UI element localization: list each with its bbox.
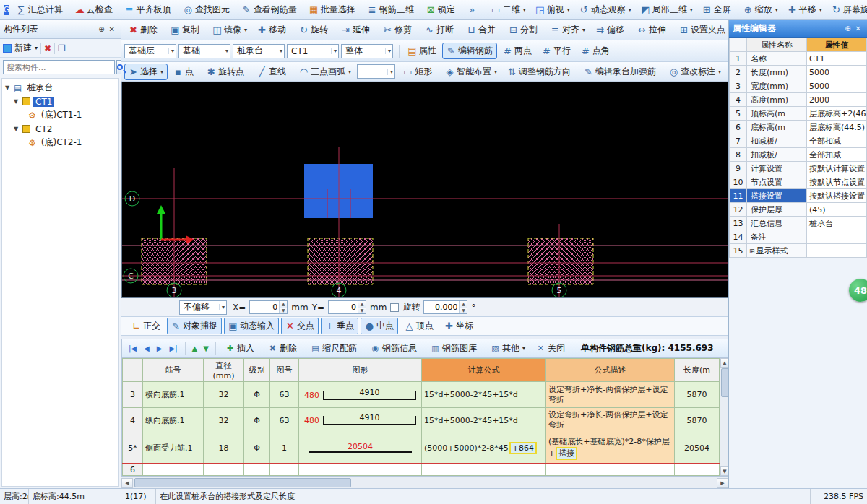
- spinner-arrows-icon[interactable]: [358, 301, 366, 313]
- toolbar-button[interactable]: ╱ 直线: [253, 64, 293, 80]
- table-row[interactable]: 6: [123, 464, 720, 476]
- toolbar-button[interactable]: ✖ 删除: [124, 22, 165, 38]
- context-combo[interactable]: 基础 ▾: [178, 44, 230, 58]
- toolbar-button[interactable]: ◲ 俯视 ▾: [531, 1, 574, 18]
- y-coordinate-stepper[interactable]: [328, 300, 366, 314]
- toolbar-button[interactable]: ⇥ 延伸: [337, 22, 377, 38]
- close-icon[interactable]: ✕: [853, 25, 863, 32]
- context-combo[interactable]: 桩承台 ▾: [233, 44, 285, 58]
- collapse-icon[interactable]: ▼: [12, 98, 20, 105]
- property-value[interactable]: 按默认搭接设置: [807, 189, 867, 203]
- property-row[interactable]: 8 扣减板/ 全部扣减: [730, 148, 867, 162]
- collapse-icon[interactable]: ▼: [4, 84, 11, 91]
- toolbar-button[interactable]: ↻ 旋转: [295, 22, 335, 38]
- toolbar-button[interactable]: ▥ 钢筋图库: [426, 340, 484, 357]
- toolbar-button[interactable]: ≣ 钢筋三维: [363, 1, 421, 18]
- property-row[interactable]: 4 高度(mm) 2000: [730, 93, 867, 107]
- toolbar-button[interactable]: ◎ 查找图元: [179, 1, 237, 18]
- toolbar-button[interactable]: ⊠ 锁定: [422, 1, 462, 18]
- property-value[interactable]: 桩承台: [807, 217, 867, 230]
- new-dropdown-arrow-icon[interactable]: ▾: [35, 45, 38, 51]
- collapse-icon[interactable]: ▼: [12, 126, 20, 132]
- pin-icon[interactable]: ⊕: [842, 25, 853, 32]
- toolbar-button[interactable]: ✂ 修剪: [379, 22, 419, 38]
- toolbar-button[interactable]: ✎ 编辑钢筋: [442, 43, 497, 59]
- toolbar-button[interactable]: ↺ 动态观察 ▾: [575, 1, 636, 18]
- property-row[interactable]: 7 扣减板/ 全部扣减: [730, 134, 867, 148]
- property-value[interactable]: 5000: [807, 79, 867, 93]
- toolbar-button[interactable]: ▤ 缩尺配筋: [306, 340, 364, 357]
- snap-toggle-button[interactable]: △ 顶点: [400, 318, 438, 334]
- toolbar-button[interactable]: ◈ 智能布置 ▾: [441, 64, 501, 80]
- toolbar-button[interactable]: ▭ 二维 ▾: [487, 1, 530, 18]
- snap-toggle-button[interactable]: ✎ 对象捕捉: [167, 318, 222, 334]
- x-coordinate-stepper[interactable]: [249, 300, 288, 314]
- toolbar-button[interactable]: ▤ 属性: [403, 43, 441, 59]
- scrollbar-thumb[interactable]: [721, 368, 729, 397]
- property-value[interactable]: 按默认计算设置: [807, 162, 867, 175]
- offset-mode-combo[interactable]: 不偏移 ▾: [179, 300, 227, 315]
- next-record-button[interactable]: ▶: [155, 344, 165, 352]
- toolbar-button[interactable]: ≡ 对齐 ▾: [546, 22, 590, 38]
- snap-toggle-button[interactable]: ✚ 坐标: [440, 318, 478, 334]
- property-row[interactable]: 12 保护层厚 (45): [730, 203, 867, 217]
- toolbar-button[interactable]: ◉ 钢筋信息: [366, 340, 424, 357]
- toolbar-button[interactable]: ✕ 关闭: [532, 340, 572, 357]
- property-value[interactable]: CT1: [807, 52, 867, 66]
- toolbar-button[interactable]: ▭ 矩形: [399, 64, 439, 80]
- toolbar-button[interactable]: ✖ 删除: [264, 340, 304, 357]
- toolbar-button[interactable]: ▣ 复制: [166, 22, 207, 38]
- property-row[interactable]: 9 计算设置 按默认计算设置: [730, 162, 867, 175]
- toolbar-button[interactable]: ☁ 云检查: [71, 1, 120, 18]
- horizontal-scrollbar[interactable]: ◀ ▶: [121, 477, 728, 488]
- move-up-button[interactable]: ▲: [191, 344, 199, 352]
- context-combo[interactable]: CT1 ▾: [287, 44, 339, 58]
- toolbar-button[interactable]: ◫ 镜像 ▾: [208, 22, 251, 38]
- toolbar-button[interactable]: ▦ 批量选择: [305, 1, 363, 18]
- snap-toggle-button[interactable]: ∟ 正交: [127, 318, 165, 334]
- first-record-button[interactable]: |◀: [126, 344, 139, 352]
- tree-node-ct1[interactable]: ▼ CT1: [12, 95, 117, 108]
- snap-toggle-button[interactable]: ✕ 交点: [281, 318, 319, 334]
- property-value[interactable]: 按默认节点设置: [807, 175, 867, 189]
- toolbar-button[interactable]: ↔ 拉伸: [633, 22, 673, 38]
- property-value[interactable]: 层底标高+2(46.: [807, 107, 867, 121]
- property-value[interactable]: (45): [807, 203, 867, 217]
- toolbar-button[interactable]: ⇉ 偏移: [591, 22, 631, 38]
- property-value[interactable]: 层底标高(44.5): [807, 121, 867, 134]
- property-value[interactable]: 2000: [807, 93, 867, 107]
- toolbar-button[interactable]: ⊞ 设置夹点: [675, 22, 728, 38]
- last-record-button[interactable]: ▶|: [167, 344, 179, 352]
- toolbar-button[interactable]: ✚ 平移 ▾: [783, 1, 827, 18]
- toolbar-button[interactable]: ⊔ 合并: [462, 22, 503, 38]
- scrollbar-thumb[interactable]: [134, 478, 351, 487]
- toolbar-button[interactable]: # 两点: [499, 43, 536, 59]
- table-row[interactable]: 4 纵向底筋.1 32 Φ 63 4804910 15*d+5000-2*45+…: [123, 407, 720, 433]
- toolbar-button[interactable]: ≡ 平齐板顶: [121, 1, 178, 18]
- toolbar-button[interactable]: ⊟ 分割: [504, 22, 545, 38]
- scroll-up-icon[interactable]: ▲: [720, 358, 729, 368]
- snap-toggle-button[interactable]: ▣ 动态输入: [224, 318, 279, 334]
- spinner-arrows-icon[interactable]: [459, 301, 467, 313]
- x-input[interactable]: [250, 301, 279, 313]
- table-row[interactable]: 3 横向底筋.1 32 Φ 63 4804910 15*d+5000-2*45+…: [123, 382, 720, 408]
- pin-icon[interactable]: ⊕: [96, 25, 106, 33]
- toolbar-button[interactable]: ⇅ 调整钢筋方向: [503, 64, 578, 80]
- toolbar-button[interactable]: ✚ 插入: [221, 340, 262, 357]
- toolbar-button[interactable]: ↻ 屏幕旋转 ▾: [827, 1, 867, 18]
- delete-component-button[interactable]: ✖: [44, 43, 51, 53]
- toolbar-button[interactable]: »: [463, 2, 486, 17]
- property-row[interactable]: 14 备注: [730, 230, 867, 244]
- expand-icon[interactable]: ⊞: [749, 248, 755, 255]
- tree-node-ct2[interactable]: ▼ CT2: [12, 122, 117, 136]
- copy-component-button[interactable]: ❐: [58, 43, 66, 53]
- spinner-arrows-icon[interactable]: [279, 301, 287, 313]
- property-value[interactable]: 5000: [807, 66, 867, 79]
- toolbar-button[interactable]: ✎ 编辑承台加强筋: [579, 64, 663, 80]
- property-value[interactable]: [807, 230, 867, 244]
- toolbar-button[interactable]: ∑ 汇总计算: [12, 1, 70, 18]
- toolbar-button[interactable]: ✚ 移动: [253, 22, 293, 38]
- property-row[interactable]: 10 节点设置 按默认节点设置: [730, 175, 867, 189]
- property-row[interactable]: 6 底标高(m 层底标高(44.5): [730, 121, 867, 134]
- property-row[interactable]: 3 宽度(mm) 5000: [730, 79, 867, 93]
